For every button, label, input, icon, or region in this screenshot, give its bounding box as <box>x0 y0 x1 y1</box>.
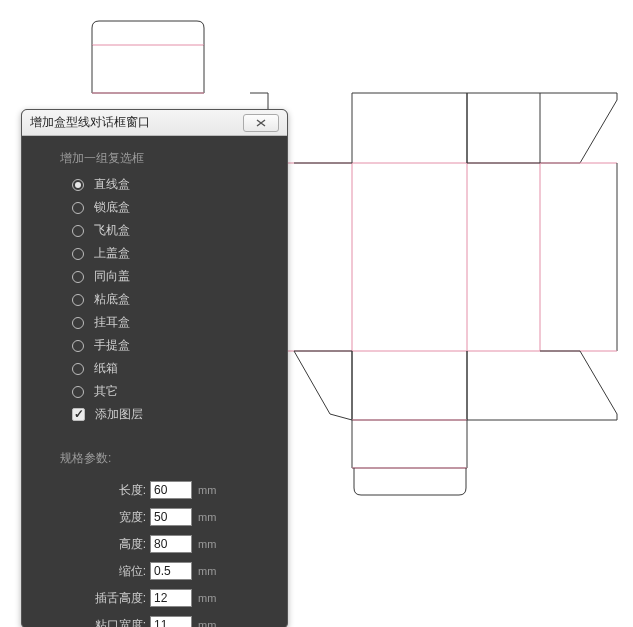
radio-icon[interactable] <box>72 179 84 191</box>
param-input[interactable] <box>150 535 192 553</box>
param-row-3: 缩位:mm <box>40 558 269 584</box>
option-label: 添加图层 <box>95 406 143 423</box>
params-title: 规格参数: <box>60 450 269 467</box>
option-label: 其它 <box>94 383 118 400</box>
option-label: 粘底盒 <box>94 291 130 308</box>
radio-icon[interactable] <box>72 248 84 260</box>
dialog-title: 增加盒型线对话框窗口 <box>30 114 243 131</box>
option-9[interactable]: 其它 <box>72 380 269 403</box>
box-dialog: 增加盒型线对话框窗口 增加一组复选框 直线盒锁底盒飞机盒上盖盒同向盖粘底盒挂耳盒… <box>21 109 288 627</box>
param-label: 插舌高度: <box>40 590 150 607</box>
param-unit: mm <box>198 538 216 550</box>
option-7[interactable]: 手提盒 <box>72 334 269 357</box>
option-0[interactable]: 直线盒 <box>72 173 269 196</box>
option-label: 手提盒 <box>94 337 130 354</box>
option-6[interactable]: 挂耳盒 <box>72 311 269 334</box>
radio-icon[interactable] <box>72 294 84 306</box>
param-label: 长度: <box>40 482 150 499</box>
param-unit: mm <box>198 565 216 577</box>
param-unit: mm <box>198 484 216 496</box>
param-row-2: 高度:mm <box>40 531 269 557</box>
param-row-1: 宽度:mm <box>40 504 269 530</box>
param-row-0: 长度:mm <box>40 477 269 503</box>
radio-icon[interactable] <box>72 317 84 329</box>
param-input[interactable] <box>150 562 192 580</box>
option-label: 挂耳盒 <box>94 314 130 331</box>
option-label: 同向盖 <box>94 268 130 285</box>
checkbox-icon[interactable] <box>72 408 85 421</box>
param-input[interactable] <box>150 616 192 627</box>
option-label: 直线盒 <box>94 176 130 193</box>
radio-icon[interactable] <box>72 202 84 214</box>
option-label: 飞机盒 <box>94 222 130 239</box>
param-row-5: 粘口宽度:mm <box>40 612 269 627</box>
option-label: 锁底盒 <box>94 199 130 216</box>
radio-icon[interactable] <box>72 225 84 237</box>
param-label: 高度: <box>40 536 150 553</box>
radio-icon[interactable] <box>72 340 84 352</box>
close-icon <box>255 118 267 128</box>
param-unit: mm <box>198 511 216 523</box>
option-3[interactable]: 上盖盒 <box>72 242 269 265</box>
param-input[interactable] <box>150 589 192 607</box>
radio-icon[interactable] <box>72 386 84 398</box>
param-input[interactable] <box>150 508 192 526</box>
param-unit: mm <box>198 592 216 604</box>
option-label: 纸箱 <box>94 360 118 377</box>
param-label: 粘口宽度: <box>40 617 150 628</box>
close-button[interactable] <box>243 114 279 132</box>
option-8[interactable]: 纸箱 <box>72 357 269 380</box>
param-label: 宽度: <box>40 509 150 526</box>
dialog-titlebar[interactable]: 增加盒型线对话框窗口 <box>22 110 287 136</box>
option-5[interactable]: 粘底盒 <box>72 288 269 311</box>
param-input[interactable] <box>150 481 192 499</box>
option-label: 上盖盒 <box>94 245 130 262</box>
param-label: 缩位: <box>40 563 150 580</box>
radio-icon[interactable] <box>72 363 84 375</box>
param-unit: mm <box>198 619 216 627</box>
radio-icon[interactable] <box>72 271 84 283</box>
option-10[interactable]: 添加图层 <box>72 403 269 426</box>
option-4[interactable]: 同向盖 <box>72 265 269 288</box>
dialog-body: 增加一组复选框 直线盒锁底盒飞机盒上盖盒同向盖粘底盒挂耳盒手提盒纸箱其它添加图层… <box>22 136 287 627</box>
option-2[interactable]: 飞机盒 <box>72 219 269 242</box>
option-1[interactable]: 锁底盒 <box>72 196 269 219</box>
param-row-4: 插舌高度:mm <box>40 585 269 611</box>
group-title: 增加一组复选框 <box>60 150 269 167</box>
